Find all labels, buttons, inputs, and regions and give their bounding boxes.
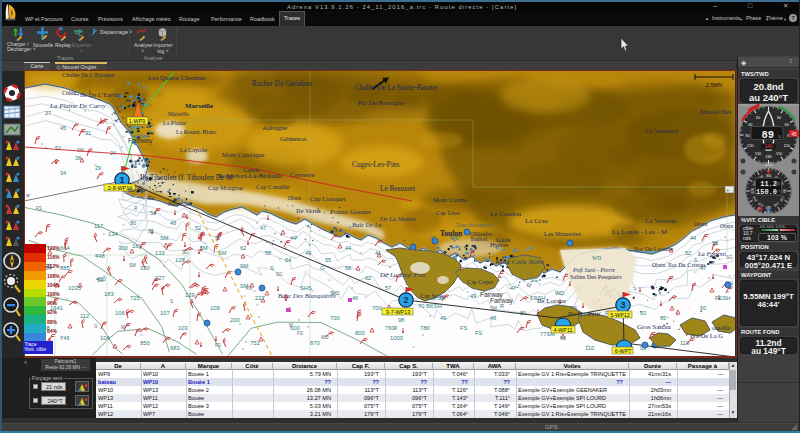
- svg-text:SOC: SOC: [764, 210, 773, 215]
- svg-text:140: 140: [765, 144, 773, 149]
- svg-text:150.0: 150.0: [756, 188, 777, 196]
- svg-text:180: 180: [766, 205, 772, 209]
- svg-text:°T: °T: [777, 190, 780, 194]
- svg-text:90: 90: [782, 189, 786, 193]
- svg-text:360: 360: [766, 174, 772, 178]
- svg-text:180: 180: [765, 162, 773, 167]
- svg-text:89: 89: [761, 129, 774, 141]
- svg-text:11.2: 11.2: [760, 180, 777, 188]
- svg-text:120: 120: [747, 143, 754, 148]
- svg-text:180: 180: [765, 154, 772, 159]
- svg-text:120: 120: [783, 143, 790, 148]
- svg-text:270: 270: [751, 188, 755, 194]
- svg-text:ND: ND: [776, 182, 781, 186]
- svg-text:45: 45: [791, 132, 797, 137]
- svg-text:150: 150: [776, 151, 783, 156]
- svg-text:150: 150: [755, 151, 762, 156]
